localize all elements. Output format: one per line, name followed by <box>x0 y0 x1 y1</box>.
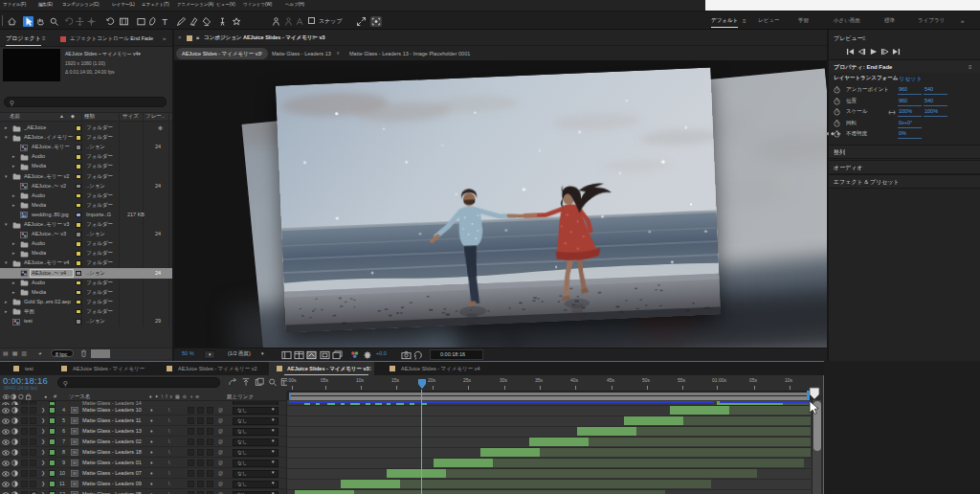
svg-text:T: T <box>162 16 167 27</box>
